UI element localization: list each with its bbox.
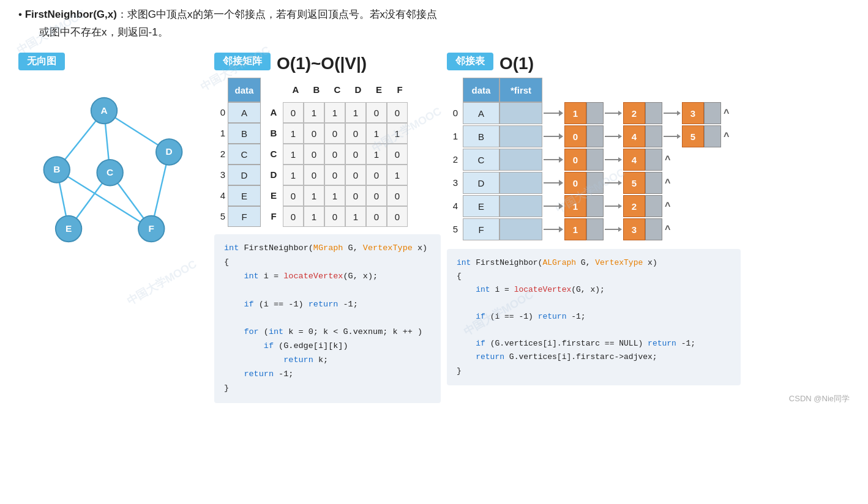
matrix-D2: 0 bbox=[324, 165, 345, 185]
adjlist-nodes-2: 0 4 ^ bbox=[564, 149, 670, 171]
matrix-idx-1: 1 bbox=[214, 123, 228, 144]
adjlist-header: 邻接表 O(1) bbox=[447, 53, 850, 75]
adjlist-node-0-3: 3 bbox=[682, 102, 704, 124]
graph-label: 无向图 bbox=[18, 53, 65, 70]
matrix-data-2: C bbox=[228, 144, 261, 165]
matrix-F2: 0 bbox=[324, 206, 345, 227]
matrix-A5: 0 bbox=[387, 102, 408, 123]
adjlist-node-1-arrow1 bbox=[604, 125, 623, 147]
adjlist-first-2 bbox=[499, 149, 542, 171]
code-a-indent1 bbox=[457, 285, 476, 294]
adjlist-node-5-3-next bbox=[645, 218, 662, 240]
code-a-if2-cond: (G.vertices[i].firstarc == NULL) bbox=[485, 339, 648, 348]
adjlist-node-1-arrow2 bbox=[662, 125, 682, 147]
matrix-rl-B: B bbox=[264, 123, 283, 144]
matrix-rl-C: C bbox=[264, 144, 283, 165]
code-m-ret2: k; bbox=[313, 355, 328, 365]
code-m-indent2 bbox=[224, 300, 244, 309]
matrix-section: 邻接矩阵 O(1)~O(|V|) 0 1 2 3 4 5 data bbox=[214, 53, 441, 403]
code-m-int: int bbox=[224, 243, 239, 253]
svg-text:F: F bbox=[149, 223, 154, 234]
adjlist-node-1-0-next bbox=[586, 125, 604, 147]
graph-section: 无向图 A B C D E bbox=[18, 53, 208, 249]
adjlist-node-5-arrow1 bbox=[604, 218, 623, 240]
code-m-for-int: int bbox=[269, 327, 283, 336]
code-a-type2: VertexType bbox=[595, 258, 643, 267]
code-m-ret1: -1; bbox=[338, 300, 357, 309]
svg-text:D: D bbox=[166, 146, 173, 157]
code-m-ret3: -1; bbox=[274, 369, 293, 379]
matrix-row-E: E 0 1 1 0 0 0 bbox=[264, 185, 410, 206]
matrix-data-5: F bbox=[228, 206, 261, 227]
adjlist-nodes-1: 0 4 5 bbox=[564, 125, 729, 147]
adjlist-data-5: F bbox=[463, 218, 499, 240]
matrix-E2: 1 bbox=[324, 185, 345, 206]
code-a-indent4 bbox=[457, 352, 476, 361]
code-a-indent2 bbox=[457, 312, 476, 321]
adjlist-col-headers: data *first bbox=[463, 78, 729, 102]
code-m-if1: if bbox=[244, 300, 253, 309]
adjlist-node-3-0: 0 bbox=[564, 172, 586, 194]
adjlist-node-3-0-next bbox=[586, 172, 604, 194]
svg-text:B: B bbox=[53, 164, 60, 174]
matrix-col-space bbox=[264, 78, 285, 102]
matrix-data-col: data A B C D E F bbox=[228, 78, 261, 227]
matrix-B2: 0 bbox=[324, 123, 345, 144]
adjlist-node-5-1-next bbox=[586, 218, 604, 240]
adjlist-idx-2: 2 bbox=[447, 149, 460, 171]
matrix-idx-0: 0 bbox=[214, 102, 228, 123]
page: 中国大学MOOC 中国大学MOOC 中国大学MOOC 中国大学MOOC 中国大学… bbox=[0, 0, 868, 409]
adjlist-node-2-arrow1 bbox=[604, 149, 623, 171]
code-a-ret1: -1; bbox=[566, 312, 585, 321]
adjlist-row-0: A 1 bbox=[463, 102, 729, 124]
code-m-return3: return bbox=[244, 369, 274, 379]
code-a-return1: return bbox=[538, 312, 567, 321]
adjlist-idx-1: 1 bbox=[447, 125, 460, 147]
matrix-A1: 1 bbox=[304, 102, 324, 123]
matrix-B3: 0 bbox=[345, 123, 366, 144]
adjlist-section: 邻接表 O(1) 0 1 2 3 4 5 bbox=[447, 53, 850, 385]
matrix-table: 0 1 2 3 4 5 data A B C D E F bbox=[214, 78, 441, 227]
code-a-if1: if bbox=[476, 312, 485, 321]
matrix-header: 邻接矩阵 O(1)~O(|V|) bbox=[214, 53, 441, 75]
adjlist-arrow-5 bbox=[542, 218, 564, 240]
code-m-if2: if bbox=[264, 341, 274, 350]
matrix-F3: 1 bbox=[345, 206, 366, 227]
matrix-B5: 1 bbox=[387, 123, 408, 144]
adjlist-code-block: int FirstNeighbor(ALGraph G, VertexType … bbox=[447, 249, 741, 385]
adjlist-first-1 bbox=[499, 125, 542, 147]
adjlist-node-1-0: 0 bbox=[564, 125, 586, 147]
matrix-B0: 1 bbox=[283, 123, 304, 144]
adjlist-node-0-1: 1 bbox=[564, 102, 586, 124]
code-a-brace2: } bbox=[457, 366, 462, 376]
adjlist-node-1-5: 5 bbox=[682, 125, 704, 147]
adjlist-idx-0: 0 bbox=[447, 102, 460, 124]
matrix-data-3: D bbox=[228, 165, 261, 185]
adjlist-row-3: D 0 5 bbox=[463, 172, 729, 194]
code-m-indent1 bbox=[224, 272, 244, 281]
adjlist-first-0 bbox=[499, 102, 542, 124]
adjlist-node-0-2-next bbox=[645, 102, 662, 124]
code-m-for-cond: ( bbox=[259, 327, 269, 336]
adjlist-node-5-1: 1 bbox=[564, 218, 586, 240]
adjlist-arrow-4 bbox=[542, 195, 564, 217]
matrix-E0: 0 bbox=[283, 185, 304, 206]
adjlist-arrow-3 bbox=[542, 172, 564, 194]
matrix-D1: 0 bbox=[304, 165, 324, 185]
adjlist-data-2: C bbox=[463, 149, 499, 171]
matrix-data-0: A bbox=[228, 102, 261, 123]
adjlist-label: 邻接表 bbox=[447, 53, 493, 70]
matrix-D5: 1 bbox=[387, 165, 408, 185]
adjlist-data-0: A bbox=[463, 102, 499, 124]
matrix-rl-A: A bbox=[264, 102, 283, 123]
adjlist-first-4 bbox=[499, 195, 542, 217]
matrix-F1: 1 bbox=[304, 206, 324, 227]
matrix-col-D: D bbox=[348, 78, 369, 102]
matrix-E3: 0 bbox=[345, 185, 366, 206]
matrix-row-C: C 1 0 0 0 1 0 bbox=[264, 144, 410, 165]
code-a-int: int bbox=[457, 258, 471, 267]
matrix-index-col: 0 1 2 3 4 5 bbox=[214, 78, 228, 227]
code-m-indent4 bbox=[224, 341, 264, 350]
adjlist-arrow-0 bbox=[542, 102, 564, 124]
matrix-D3: 0 bbox=[345, 165, 366, 185]
